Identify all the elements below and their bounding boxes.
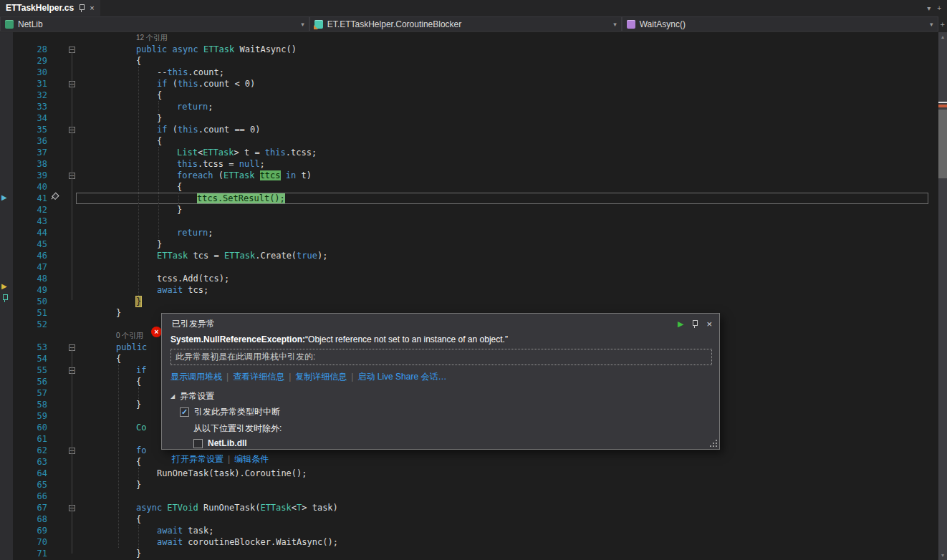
line-number[interactable]: 43 [0,216,47,227]
code-line[interactable]: 32{ [0,90,938,101]
code-line[interactable]: 65} [0,479,938,491]
code-line[interactable]: 45} [0,238,938,250]
line-number[interactable]: 52 [0,319,47,330]
line-number[interactable]: 35 [0,124,47,135]
line-number[interactable]: 50 [0,296,47,307]
module-checkbox[interactable]: ✓ [193,439,203,448]
line-number[interactable]: 33 [0,101,47,112]
close-icon[interactable]: × [90,4,94,12]
code-line[interactable]: 47 [0,261,938,273]
line-number[interactable]: 68 [0,513,47,525]
code-line[interactable]: 69await task; [0,525,938,536]
code-line[interactable]: 38this.tcss = null; [0,158,938,170]
code-line[interactable]: 33return; [0,101,938,112]
code-line[interactable]: 70await coroutineBlocker.WaitAsync(); [0,536,938,548]
dialog-link[interactable]: 查看详细信息 [233,372,284,382]
dialog-link[interactable]: 启动 Live Share 会话… [357,372,446,382]
line-number[interactable]: 70 [0,536,47,548]
line-number[interactable]: 30 [0,67,47,78]
code-line[interactable]: 28–public async ETTask WaitAsync() [0,44,938,55]
callstack-hint-box[interactable]: 此异常最初是在此调用堆栈中引发的: [170,349,712,365]
code-line[interactable]: 64RunOneTask(task).Coroutine(); [0,468,938,479]
code-line[interactable]: 34} [0,112,938,124]
dialog-link[interactable]: 显示调用堆栈 [170,372,222,382]
close-icon[interactable]: × [706,319,712,329]
line-number[interactable]: 34 [0,112,47,124]
line-number[interactable]: 28 [0,44,47,55]
project-dropdown[interactable]: NetLib ▾ [0,16,309,32]
line-number[interactable]: 64 [0,468,47,479]
code-editor[interactable]: 12 个引用28–public async ETTask WaitAsync()… [0,32,938,560]
line-number[interactable]: 45 [0,238,47,250]
type-dropdown[interactable]: ET.ETTaskHelper.CoroutineBlocker ▾ [309,16,622,32]
line-number[interactable]: 32 [0,90,47,101]
line-number[interactable]: 40 [0,181,47,193]
code-line[interactable]: 67–async ETVoid RunOneTask(ETTask<T> tas… [0,502,938,513]
code-line[interactable]: 43 [0,216,938,227]
line-number[interactable]: 31 [0,78,47,90]
code-line[interactable]: 50} [0,296,938,307]
line-number[interactable]: 38 [0,158,47,170]
code-line[interactable]: 40{ [0,181,938,193]
line-number[interactable]: 69 [0,525,47,536]
line-number[interactable]: 53 [0,342,47,353]
line-number[interactable]: 57 [0,387,47,399]
vertical-scrollbar[interactable]: ▴ ▾ [938,32,947,560]
code-line[interactable]: 31–if (this.count < 0) [0,78,938,90]
dialog-link[interactable]: 打开异常设置 [172,454,223,464]
tab-list-chevron-icon[interactable]: ▾ [927,4,931,12]
break-checkbox[interactable]: ✓ [180,407,189,417]
line-number[interactable]: 60 [0,422,47,433]
line-number[interactable]: 56 [0,376,47,387]
continue-icon[interactable]: ▶ [678,320,683,328]
code-line[interactable]: 29{ [0,55,938,67]
code-line[interactable]: 71} [0,548,938,559]
code-line[interactable]: 30--this.count; [0,67,938,78]
line-number[interactable]: 48 [0,273,47,284]
line-number[interactable]: 62 [0,445,47,456]
member-dropdown[interactable]: WaitAsync() ▾ [622,16,938,32]
code-line[interactable]: 68{ [0,513,938,525]
line-number[interactable]: 46 [0,250,47,261]
code-line[interactable]: 36{ [0,135,938,147]
line-number[interactable]: 39 [0,170,47,181]
code-line[interactable]: 41ttcs.SetResult(); [0,193,938,204]
line-number[interactable]: 63 [0,456,47,468]
scroll-up-icon[interactable]: ▴ [938,34,947,40]
code-line[interactable]: 35–if (this.count == 0) [0,124,938,135]
line-number[interactable]: 36 [0,135,47,147]
line-number[interactable]: 44 [0,227,47,238]
line-number[interactable]: 71 [0,548,47,559]
line-number[interactable]: 47 [0,261,47,273]
line-number[interactable]: 49 [0,284,47,296]
scroll-down-icon[interactable]: ▾ [938,552,947,559]
line-number[interactable]: 65 [0,479,47,491]
tab-ettaskhelper[interactable]: ETTaskHelper.cs × [0,0,100,16]
line-number[interactable]: 37 [0,147,47,158]
line-number[interactable]: 67 [0,502,47,513]
dialog-link[interactable]: 复制详细信息 [295,372,347,382]
split-window-icon[interactable]: + [941,20,945,29]
code-line[interactable]: 44return; [0,227,938,238]
code-line[interactable]: 48tcss.Add(tcs); [0,273,938,284]
line-number[interactable]: 51 [0,307,47,319]
line-number[interactable]: 42 [0,204,47,216]
resize-grip[interactable] [709,439,717,447]
tab-options-icon[interactable]: + [937,4,941,12]
line-number[interactable]: 55 [0,365,47,376]
pin-icon[interactable] [78,4,85,13]
code-line[interactable]: 39–foreach (ETTask ttcs in t) [0,170,938,181]
dialog-link[interactable]: 编辑条件 [234,454,269,464]
exception-settings-expander[interactable]: ◢ 异常设置 [170,390,712,402]
line-number[interactable]: 29 [0,55,47,67]
line-number[interactable]: 66 [0,491,47,502]
code-line[interactable]: 49await tcs; [0,284,938,296]
code-line[interactable]: 42} [0,204,938,216]
codelens-row[interactable]: 12 个引用 [0,32,938,44]
line-number[interactable]: 41 [0,193,47,204]
scrollbar-thumb[interactable] [938,110,947,178]
exception-badge-icon[interactable]: × [151,327,162,337]
line-number[interactable]: 59 [0,410,47,422]
pin-icon[interactable] [691,319,698,329]
line-number[interactable]: 54 [0,353,47,365]
